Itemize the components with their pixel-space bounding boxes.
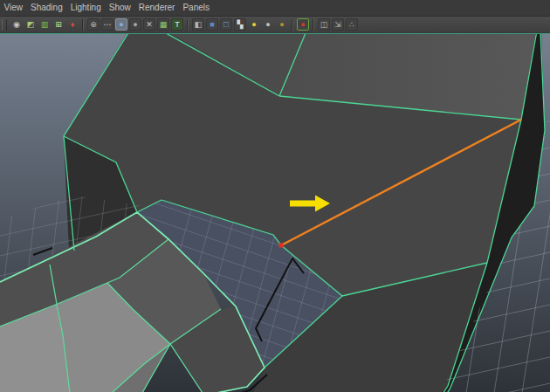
xray-icon-glyph: ✕ [146,18,153,31]
camera-icon[interactable]: ◉ [10,18,23,31]
menu-renderer[interactable]: Renderer [134,0,179,16]
viewport-canvas[interactable] [0,33,550,392]
camera-icon-glyph: ◉ [13,18,20,31]
grid-snap-icon-glyph: ⊞ [55,18,62,31]
wire-cube-icon-glyph: □ [223,18,228,31]
wireframe-icon-glyph: ⊕ [90,18,97,31]
image-plane-icon-glyph: ▥ [41,18,49,31]
shaded-panel-icon-glyph: ■ [210,18,214,31]
texture-view-icon[interactable]: T [171,18,183,31]
viewport-menubar: ViewShadingLightingShowRendererPanels [0,0,550,17]
checker-icon-glyph: ▚ [237,18,244,31]
light-default-icon[interactable]: ● [276,18,288,31]
toolbar-separator [292,19,293,31]
flat-shade-icon[interactable]: ● [129,18,141,31]
default-material-icon-glyph: ◧ [195,18,203,31]
texture-view-icon-glyph: T [175,18,180,31]
menu-show[interactable]: Show [105,0,134,16]
menu-shading[interactable]: Shading [27,0,67,16]
shaded-icon[interactable]: ● [115,18,127,31]
default-material-icon[interactable]: ◧ [192,18,204,31]
isolate-select-icon-glyph: ● [300,18,305,31]
checker-icon[interactable]: ▚ [234,18,246,31]
light-off-icon[interactable]: ● [262,18,274,31]
duplicate-icon-glyph: ⇲ [334,18,341,31]
key-icon[interactable]: ♦ [66,18,79,31]
light-on-icon-glyph: ● [251,18,256,31]
wire-cube-icon[interactable]: □ [220,18,232,31]
share-nodes-icon-glyph: ∴ [349,18,354,31]
points-icon[interactable]: ⋯ [101,18,113,31]
toolbar-separator [187,19,189,31]
share-nodes-icon[interactable]: ∴ [346,18,358,31]
poly-cube-icon-glyph: ◫ [320,18,328,31]
toolbar-separator [82,19,84,31]
light-on-icon[interactable]: ● [248,18,260,31]
shaded-icon-glyph: ● [119,18,123,31]
menu-panels[interactable]: Panels [179,0,214,16]
toolbar-separator [313,19,314,31]
shaded-panel-icon[interactable]: ■ [206,18,218,31]
key-icon-glyph: ♦ [71,18,75,31]
textured-icon[interactable]: ▦ [157,18,169,31]
isolate-select-icon[interactable]: ● [297,18,309,31]
viewport-toolbar: ◉◩▥⊞♦⊕⋯●●✕▦T◧■□▚●●●●◫⇲∴ [0,17,550,32]
poly-cube-icon[interactable]: ◫ [318,18,330,31]
points-icon-glyph: ⋯ [104,18,112,31]
toolbar-grip[interactable] [2,19,7,31]
edge-endpoint[interactable] [279,244,284,248]
light-default-icon-glyph: ● [279,18,284,31]
menu-view[interactable]: View [0,0,27,16]
textured-icon-glyph: ▦ [160,18,168,31]
image-plane-icon[interactable]: ▥ [38,18,51,31]
grid-snap-icon[interactable]: ⊞ [52,18,65,31]
menu-lighting[interactable]: Lighting [66,0,105,16]
select-camera-icon[interactable]: ◩ [24,18,37,31]
duplicate-icon[interactable]: ⇲ [332,18,344,31]
light-off-icon-glyph: ● [265,18,270,31]
xray-icon[interactable]: ✕ [143,18,155,31]
wireframe-icon[interactable]: ⊕ [87,18,100,31]
select-camera-icon-glyph: ◩ [27,18,35,31]
flat-shade-icon-glyph: ● [133,18,137,31]
